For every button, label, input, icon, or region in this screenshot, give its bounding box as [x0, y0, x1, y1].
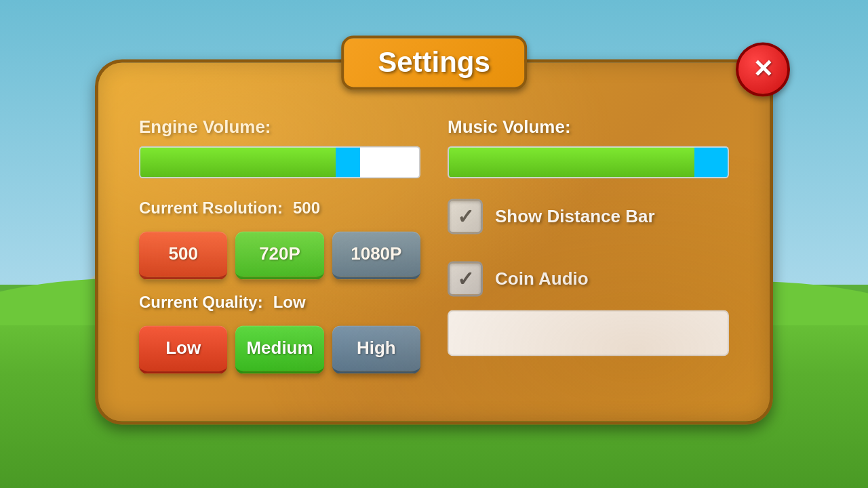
- music-volume-fill: [449, 147, 694, 177]
- music-volume-label: Music Volume:: [448, 117, 729, 138]
- music-volume-handle[interactable]: [694, 147, 728, 177]
- show-distance-bar-label: Show Distance Bar: [495, 206, 655, 227]
- engine-volume-slider[interactable]: [139, 146, 420, 178]
- close-button[interactable]: ✕: [736, 42, 790, 96]
- resolution-value: 500: [293, 199, 320, 218]
- show-distance-bar-checkbox[interactable]: ✓: [448, 199, 483, 234]
- music-volume-slider[interactable]: [448, 146, 729, 178]
- left-column: Engine Volume: Current Rsolution: 500 50…: [139, 117, 420, 387]
- resolution-1080p-button[interactable]: 1080P: [332, 231, 420, 279]
- checkmark-icon: ✓: [457, 205, 474, 228]
- engine-volume-handle[interactable]: [336, 147, 360, 177]
- quality-value: Low: [273, 293, 306, 312]
- resolution-current-row: Current Rsolution: 500: [139, 199, 420, 218]
- resolution-label: Current Rsolution:: [139, 199, 283, 218]
- engine-volume-label: Engine Volume:: [139, 117, 420, 138]
- close-icon: ✕: [753, 55, 773, 83]
- coin-audio-row: ✓ Coin Audio: [448, 261, 729, 296]
- engine-volume-section: Engine Volume:: [139, 117, 420, 178]
- quality-label: Current Quality:: [139, 293, 263, 312]
- quality-current-row: Current Quality: Low: [139, 293, 420, 312]
- music-volume-section: Music Volume:: [448, 117, 729, 178]
- coin-audio-label: Coin Audio: [495, 268, 589, 289]
- coin-audio-checkbox[interactable]: ✓: [448, 261, 483, 296]
- show-distance-bar-row: ✓ Show Distance Bar: [448, 199, 729, 234]
- engine-volume-fill: [140, 147, 336, 177]
- right-column: Music Volume: ✓ Show Distance Bar: [448, 117, 729, 387]
- dialog-panel: Settings ✕ Engine Volume: Curren: [95, 59, 773, 424]
- resolution-500-button[interactable]: 500: [139, 231, 227, 279]
- dialog-title: Settings: [378, 46, 490, 78]
- settings-dialog: Settings ✕ Engine Volume: Curren: [95, 59, 773, 452]
- resolution-buttons: 500 720P 1080P: [139, 231, 420, 279]
- title-banner: Settings: [341, 35, 527, 89]
- quality-high-button[interactable]: High: [332, 325, 420, 373]
- quality-medium-button[interactable]: Medium: [235, 325, 323, 373]
- settings-content: Engine Volume: Current Rsolution: 500 50…: [139, 117, 729, 387]
- quality-low-button[interactable]: Low: [139, 325, 227, 373]
- quality-buttons: Low Medium High: [139, 325, 420, 373]
- extra-white-box: [448, 310, 729, 356]
- resolution-720p-button[interactable]: 720P: [235, 231, 323, 279]
- coin-checkmark-icon: ✓: [457, 267, 474, 291]
